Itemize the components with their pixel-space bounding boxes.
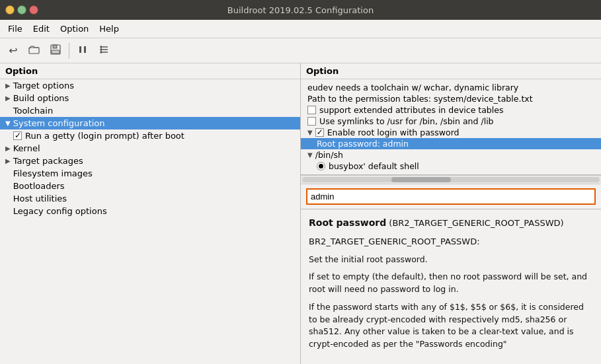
svg-rect-3	[52, 50, 60, 54]
sidebar-item-label: Run a getty (login prompt) after boot	[25, 131, 184, 141]
arrow-icon: ▶	[5, 82, 11, 89]
list-item-eudev: eudev needs a toolchain w/ wchar, dynami…	[301, 82, 601, 93]
right-list[interactable]: eudev needs a toolchain w/ wchar, dynami…	[301, 79, 601, 175]
left-panel: Option ▶ Target options ▶ Build options …	[0, 63, 301, 364]
list-item-use-symlinks[interactable]: Use symlinks to /usr for /bin, /sbin and…	[301, 116, 601, 127]
arrow-icon: ▶	[5, 157, 11, 164]
menu-option[interactable]: Option	[55, 21, 94, 36]
menubar: File Edit Option Help	[0, 20, 601, 38]
arrow-icon: ▼	[5, 120, 11, 127]
sidebar-item-run-getty[interactable]: Run a getty (login prompt) after boot	[0, 129, 300, 142]
svg-rect-5	[84, 46, 86, 53]
scrollbar-thumb[interactable]	[391, 177, 451, 182]
expand-button[interactable]	[95, 42, 113, 60]
right-panel: Option eudev needs a toolchain w/ wchar,…	[301, 63, 601, 364]
sidebar-item-label: Host utilities	[13, 194, 67, 203]
sidebar-item-label: Build options	[13, 93, 69, 103]
description-para-3: If the password starts with any of $1$, …	[309, 301, 593, 351]
checkbox-icon	[307, 106, 316, 114]
open-button[interactable]	[25, 42, 44, 60]
titlebar-buttons[interactable]	[5, 5, 45, 15]
window-title: Buildroot 2019.02.5 Configuration	[45, 5, 556, 15]
titlebar: Buildroot 2019.02.5 Configuration	[0, 0, 601, 20]
right-panel-header: Option	[301, 63, 601, 79]
sidebar-item-target-options[interactable]: ▶ Target options	[0, 79, 300, 92]
sidebar-item-label: Filesystem images	[13, 168, 93, 178]
sidebar-item-legacy-config[interactable]: ▶ Legacy config options	[0, 205, 300, 217]
menu-help[interactable]: Help	[94, 21, 124, 36]
description-para-2: If set to empty (the default), then no r…	[309, 271, 593, 296]
svg-rect-4	[79, 46, 81, 53]
sidebar-item-label: Kernel	[13, 143, 40, 153]
pause-button[interactable]	[73, 42, 92, 60]
list-item-root-password[interactable]: Root password: admin	[301, 138, 601, 149]
toolbar: ↩	[0, 38, 601, 63]
pause-icon	[77, 44, 88, 57]
close-button[interactable]	[29, 5, 38, 15]
description-var-line: BR2_TARGET_GENERIC_ROOT_PASSWD:	[309, 235, 593, 248]
list-item-busybox-shell[interactable]: busybox' default shell	[301, 161, 601, 172]
scrollbar-track	[302, 177, 600, 182]
description-title: Root password (BR2_TARGET_GENERIC_ROOT_P…	[309, 216, 593, 230]
sidebar-item-label: Bootloaders	[13, 181, 65, 191]
root-password-input[interactable]	[306, 188, 596, 205]
sidebar-item-label: Legacy config options	[13, 206, 107, 216]
horizontal-scrollbar[interactable]	[301, 175, 601, 184]
toolbar-separator-1	[69, 43, 69, 59]
arrow-icon: ▶	[5, 145, 11, 152]
menu-edit[interactable]: Edit	[28, 21, 55, 36]
list-item-enable-root-login[interactable]: ▼ Enable root login with password	[301, 127, 601, 138]
checkbox-icon	[307, 117, 316, 126]
sidebar-item-kernel[interactable]: ▶ Kernel	[0, 142, 300, 155]
expand-icon	[99, 44, 109, 57]
sidebar-item-bootloaders[interactable]: ▶ Bootloaders	[0, 180, 300, 192]
svg-rect-2	[53, 45, 57, 48]
checkbox-icon	[13, 131, 22, 140]
sidebar-item-toolchain[interactable]: ▶ Toolchain	[0, 104, 300, 117]
description-title-var: (BR2_TARGET_GENERIC_ROOT_PASSWD)	[389, 218, 563, 228]
sidebar-item-target-packages[interactable]: ▶ Target packages	[0, 155, 300, 167]
left-panel-header: Option	[0, 63, 300, 79]
save-icon	[50, 44, 61, 58]
description-para-1: Set the initial root password.	[309, 254, 593, 266]
sidebar-item-label: Target options	[13, 81, 74, 91]
sidebar-item-system-configuration[interactable]: ▼ System configuration	[0, 117, 300, 129]
open-icon	[28, 44, 40, 57]
sidebar-item-label: Toolchain	[13, 106, 53, 116]
list-item-bin-sh[interactable]: ▼ /bin/sh	[301, 149, 601, 161]
save-button[interactable]	[46, 42, 65, 60]
main-area: Option ▶ Target options ▶ Build options …	[0, 63, 601, 364]
sidebar-item-label: Target packages	[13, 156, 83, 166]
checkbox-icon	[315, 128, 324, 137]
maximize-button[interactable]	[17, 5, 26, 15]
list-item-support-extended[interactable]: support extended attributes in device ta…	[301, 104, 601, 116]
sidebar-item-label: System configuration	[13, 118, 105, 128]
minimize-button[interactable]	[5, 5, 15, 15]
menu-file[interactable]: File	[3, 21, 28, 36]
input-area	[301, 184, 601, 209]
sidebar-item-build-options[interactable]: ▶ Build options	[0, 92, 300, 104]
description-area: Root password (BR2_TARGET_GENERIC_ROOT_P…	[301, 209, 601, 364]
radio-icon	[317, 162, 325, 170]
svg-rect-0	[29, 48, 39, 54]
undo-icon: ↩	[9, 44, 17, 57]
arrow-icon: ▶	[5, 94, 11, 102]
sidebar-item-host-utilities[interactable]: ▶ Host utilities	[0, 192, 300, 205]
sidebar-item-filesystem-images[interactable]: ▶ Filesystem images	[0, 167, 300, 180]
list-item-path-perm: Path to the permission tables: system/de…	[301, 93, 601, 104]
undo-button[interactable]: ↩	[4, 42, 22, 60]
description-title-bold: Root password	[309, 217, 386, 228]
